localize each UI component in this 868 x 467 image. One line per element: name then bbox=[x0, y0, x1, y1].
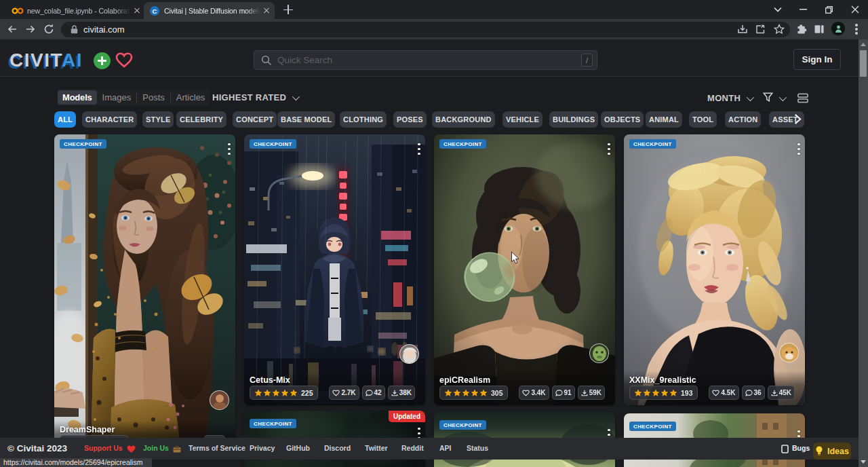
svg-text:C: C bbox=[153, 7, 157, 14]
